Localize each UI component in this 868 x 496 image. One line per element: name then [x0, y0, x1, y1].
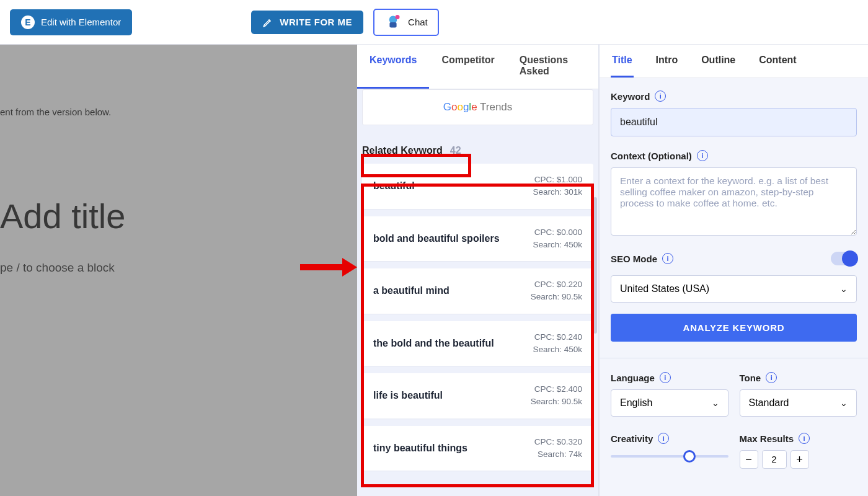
keyword-meta: CPC: $2.400Search: 90.5k	[531, 383, 582, 409]
info-icon[interactable]: i	[766, 372, 777, 383]
language-label: Languagei	[611, 372, 728, 383]
tab-questions[interactable]: Questions Asked	[507, 45, 598, 89]
context-field-label: Context (Optional)i	[611, 150, 857, 161]
elementor-icon: E	[21, 16, 35, 29]
keyword-card[interactable]: tiny beautiful things CPC: $0.320Search:…	[362, 426, 593, 471]
write-for-me-label: WRITE FOR ME	[280, 17, 352, 27]
tone-label: Tonei	[740, 372, 857, 383]
info-icon[interactable]: i	[697, 150, 708, 161]
editor-toolbar: E Edit with Elementor WRITE FOR ME Chat	[0, 0, 868, 45]
chevron-down-icon: ⌄	[712, 398, 719, 408]
pen-icon	[262, 17, 273, 28]
tab-outline[interactable]: Outline	[700, 45, 737, 78]
creativity-label: Creativityi	[611, 433, 728, 444]
decrement-button[interactable]: −	[740, 450, 758, 469]
tab-content[interactable]: Content	[758, 45, 797, 78]
slider-thumb[interactable]	[683, 450, 696, 463]
keyword-term: the bold and the beautiful	[373, 338, 494, 349]
tab-keywords[interactable]: Keywords	[357, 45, 429, 89]
country-select[interactable]: United States (USA) ⌄	[611, 275, 857, 303]
keyword-term: tiny beautiful things	[373, 443, 467, 454]
tab-title[interactable]: Title	[611, 45, 634, 78]
increment-button[interactable]: +	[790, 450, 809, 469]
keyword-meta: CPC: $0.000Search: 450k	[533, 226, 582, 252]
language-value: English	[620, 397, 652, 409]
max-results-label: Max Resultsi	[740, 433, 857, 444]
keyword-card[interactable]: bold and beautiful spoilers CPC: $0.000S…	[362, 216, 593, 262]
info-icon[interactable]: i	[660, 372, 671, 383]
seo-mode-label: SEO Modei	[611, 253, 673, 264]
related-keyword-label: Related Keyword	[362, 145, 443, 156]
chevron-down-icon: ⌄	[840, 398, 848, 408]
keyword-term: life is beautiful	[373, 390, 443, 401]
country-value: United States (USA)	[620, 283, 709, 294]
trends-label: Trends	[477, 101, 513, 113]
keyword-card[interactable]: life is beautiful CPC: $2.400Search: 90.…	[362, 373, 593, 418]
write-for-me-button[interactable]: WRITE FOR ME	[251, 11, 363, 34]
chat-label: Chat	[408, 17, 428, 27]
scrollbar-thumb[interactable]	[593, 197, 597, 334]
chevron-down-icon: ⌄	[840, 284, 848, 294]
max-results-stepper: − 2 +	[740, 450, 857, 469]
info-icon[interactable]: i	[658, 433, 669, 444]
getgenie-sidebar: GetGenie ✕ Title Intro Outline Content K…	[599, 0, 868, 496]
context-textarea[interactable]	[611, 167, 857, 236]
keyword-card[interactable]: beautiful CPC: $1.000Search: 301k	[362, 164, 593, 209]
edit-elementor-label: Edit with Elementor	[41, 17, 121, 27]
chat-button[interactable]: Chat	[373, 9, 439, 36]
svg-rect-1	[389, 22, 396, 27]
max-results-value[interactable]: 2	[762, 450, 787, 469]
keyword-panel: Keywords Competitor Questions Asked Goog…	[357, 45, 599, 496]
annotation-arrow-icon	[298, 257, 357, 278]
divider	[600, 358, 868, 358]
info-icon[interactable]: i	[655, 91, 666, 102]
keyword-meta: CPC: $0.240Search: 450k	[533, 331, 582, 356]
creativity-slider[interactable]	[611, 455, 728, 458]
keyword-term: bold and beautiful spoilers	[373, 233, 500, 244]
google-logo: Google	[443, 101, 477, 113]
related-keyword-count: 42	[450, 145, 461, 156]
related-keyword-header: Related Keyword 42	[357, 138, 598, 164]
language-select[interactable]: English ⌄	[611, 389, 728, 417]
google-trends-card[interactable]: Google Trends	[362, 89, 593, 125]
svg-marker-8	[342, 258, 357, 277]
keyword-list: beautiful CPC: $1.000Search: 301k bold a…	[357, 164, 598, 471]
analyze-keyword-button[interactable]: ANALYZE KEYWORD	[611, 314, 857, 342]
edit-elementor-button[interactable]: E Edit with Elementor	[10, 9, 132, 35]
seo-mode-toggle[interactable]	[831, 252, 857, 265]
keyword-input[interactable]	[611, 108, 857, 136]
keyword-meta: CPC: $1.000Search: 301k	[533, 174, 582, 199]
info-icon[interactable]: i	[799, 433, 810, 444]
keyword-card[interactable]: a beautiful mind CPC: $0.220Search: 90.5…	[362, 268, 593, 314]
tone-select[interactable]: Standard ⌄	[740, 389, 857, 417]
keyword-term: beautiful	[373, 180, 415, 192]
keyword-card[interactable]: the bold and the beautiful CPC: $0.240Se…	[362, 321, 593, 366]
keyword-meta: CPC: $0.220Search: 90.5k	[531, 278, 582, 304]
info-icon[interactable]: i	[662, 253, 673, 264]
keyword-meta: CPC: $0.320Search: 74k	[534, 436, 582, 461]
keyword-term: a beautiful mind	[373, 285, 450, 296]
tab-competitor[interactable]: Competitor	[429, 45, 507, 89]
content-tabs: Title Intro Outline Content	[600, 45, 868, 78]
genie-icon	[384, 14, 402, 31]
svg-point-2	[396, 15, 400, 19]
keyword-field-label: Keywordi	[611, 91, 857, 102]
tab-intro[interactable]: Intro	[655, 45, 680, 78]
keyword-panel-tabs: Keywords Competitor Questions Asked	[357, 45, 598, 89]
tone-value: Standard	[749, 397, 789, 409]
